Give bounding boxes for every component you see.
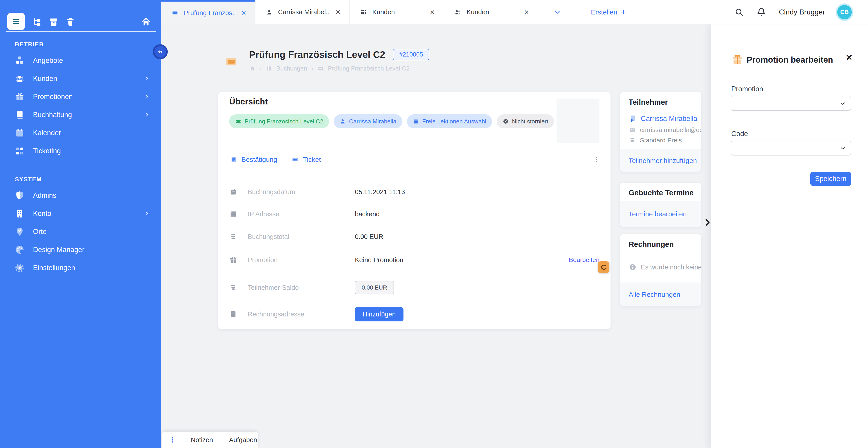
promotion-edit-panel: Promotion bearbeiten × Promotion Code Sp… [711, 24, 868, 448]
add-address-button[interactable]: Hinzufügen [355, 307, 403, 321]
promotion-select[interactable] [731, 96, 851, 111]
qr-code-icon [14, 146, 25, 156]
save-button[interactable]: Speichern [810, 172, 851, 186]
sidebar-section-betrieb: BETRIEB [0, 41, 161, 48]
close-icon[interactable]: × [430, 8, 435, 16]
home-icon[interactable] [249, 65, 255, 72]
edit-appointments-link[interactable]: Termine bearbeiten [629, 210, 687, 218]
tabs-dropdown-button[interactable] [538, 0, 577, 24]
code-select[interactable] [731, 140, 851, 156]
add-participant-link[interactable]: Teilnehmer hinzufügen [629, 157, 697, 165]
badge-label: Carrissa Mirabella [349, 118, 397, 125]
invoices-empty-row: Es wurde noch keine R [629, 263, 702, 271]
invoices-heading: Rechnungen [629, 240, 674, 249]
grid-icon [266, 65, 272, 72]
close-icon[interactable]: × [336, 8, 340, 16]
tab-carrissa-mirabella[interactable]: Carrissa Mirabel... × [255, 0, 350, 24]
bell-icon[interactable] [756, 7, 767, 18]
field-value: Keine Promotion [355, 256, 403, 264]
sidebar-item-orte[interactable]: Orte [0, 223, 161, 241]
sidebar: BETRIEB Angebote Kunden Promotionen Buch… [0, 0, 161, 448]
participant-price: Standard Preis [640, 137, 682, 144]
bottom-bar: Notizen Aufgaben [162, 432, 258, 448]
sidebar-item-ticketing[interactable]: Ticketing [0, 142, 161, 160]
calendar-icon [413, 118, 419, 125]
field-value: 0.00 EUR [355, 233, 383, 241]
invoices-card: Rechnungen Es wurde noch keine R Alle Re… [620, 234, 702, 306]
kebab-menu-icon[interactable] [593, 156, 600, 163]
field-label: Buchungsdatum [248, 188, 355, 196]
sidebar-section-system: SYSTEM [0, 176, 161, 183]
hamburger-icon [11, 17, 21, 26]
close-icon[interactable]: × [241, 9, 246, 17]
breadcrumb-item-buchungen[interactable]: Buchungen [276, 65, 307, 72]
tab-label: Kunden [467, 8, 489, 16]
sidebar-item-konto[interactable]: Konto [0, 204, 161, 223]
calendar-icon [14, 128, 25, 138]
notes-tab[interactable]: Notizen [191, 436, 213, 444]
create-button[interactable]: Erstellen + [577, 0, 640, 24]
book-icon [14, 109, 25, 120]
document-links: Bestätigung Ticket [230, 156, 321, 163]
server-icon [229, 210, 237, 218]
people-icon [454, 9, 461, 15]
sidebar-divider [6, 31, 156, 32]
sidebar-item-angebote[interactable]: Angebote [0, 52, 161, 70]
cubes-icon [14, 55, 25, 66]
breadcrumb-item-current: Prüfung Französisch Level C2 [328, 65, 410, 72]
booking-ticket-icon [225, 56, 237, 68]
tab-pruefung-franzoesisch[interactable]: Prüfung Französ... × [161, 0, 255, 24]
link-label: Bestätigung [241, 156, 277, 163]
field-row-buchungsdatum: Buchungsdatum 05.11.2021 11:13 [229, 185, 599, 199]
ticket-link[interactable]: Ticket [291, 156, 321, 163]
sidebar-item-einstellungen[interactable]: Einstellungen [0, 259, 161, 277]
home-icon[interactable] [141, 17, 151, 27]
table-icon [360, 9, 367, 15]
tab-label: Carrissa Mirabel... [278, 8, 330, 16]
trash-icon[interactable] [65, 17, 75, 27]
cancellation-badge: Nicht storniert [497, 115, 554, 128]
coins-icon [629, 137, 636, 144]
user-name[interactable]: Cindy Brugger [779, 8, 825, 16]
tasks-tab[interactable]: Aufgaben [229, 436, 257, 444]
all-invoices-link[interactable]: Alle Rechnungen [629, 291, 680, 298]
sidebar-item-kalender[interactable]: Kalender [0, 124, 161, 142]
participant-name-link[interactable]: Carrissa Mirabella [641, 115, 698, 123]
close-icon[interactable]: × [846, 52, 852, 62]
archive-icon[interactable] [49, 17, 59, 27]
gear-icon [14, 263, 25, 273]
sitemap-icon[interactable] [32, 17, 42, 27]
saldo-value-box[interactable]: 0.00 EUR [355, 281, 394, 294]
sidebar-item-design-manager[interactable]: Design Manager [0, 241, 161, 259]
participant-name-row: Carrissa Mirabella [629, 115, 698, 123]
hamburger-menu-button[interactable] [7, 13, 25, 30]
sidebar-item-promotionen[interactable]: Promotionen [0, 88, 161, 106]
divider [220, 435, 220, 444]
close-icon[interactable]: × [524, 8, 529, 16]
gift-icon [14, 92, 25, 102]
avatar[interactable]: CB [837, 5, 852, 20]
promotion-select-label: Promotion [731, 85, 763, 93]
ticket-icon [291, 156, 299, 163]
search-icon[interactable] [735, 7, 744, 17]
field-label: Buchungstotal [248, 233, 355, 241]
promotion-edit-link[interactable]: Bearbeiten [569, 256, 599, 263]
participants-heading: Teilnehmer [629, 98, 668, 106]
sidebar-item-kunden[interactable]: Kunden [0, 70, 161, 88]
badge-label: Freie Lektionen Auswahl [422, 118, 486, 125]
participant-price-row: Standard Preis [629, 137, 682, 144]
kebab-menu-icon[interactable] [168, 436, 176, 444]
sidebar-item-label: Design Manager [33, 246, 84, 254]
document-icon [229, 310, 237, 318]
confirmation-link[interactable]: Bestätigung [230, 156, 277, 163]
sidebar-item-admins[interactable]: Admins [0, 187, 161, 204]
overview-card: Übersicht Prüfung Französisch Level C2 C… [218, 92, 611, 329]
tab-kunden-people[interactable]: Kunden × [444, 0, 538, 24]
participants-footer: Teilnehmer hinzufügen [620, 149, 702, 172]
panel-collapse-chevron[interactable] [703, 218, 712, 227]
link-label: Ticket [303, 156, 321, 163]
sidebar-resize-handle[interactable] [153, 44, 168, 59]
chevron-right-icon [144, 94, 150, 100]
tab-kunden-table[interactable]: Kunden × [350, 0, 444, 24]
sidebar-item-buchhaltung[interactable]: Buchhaltung [0, 106, 161, 124]
